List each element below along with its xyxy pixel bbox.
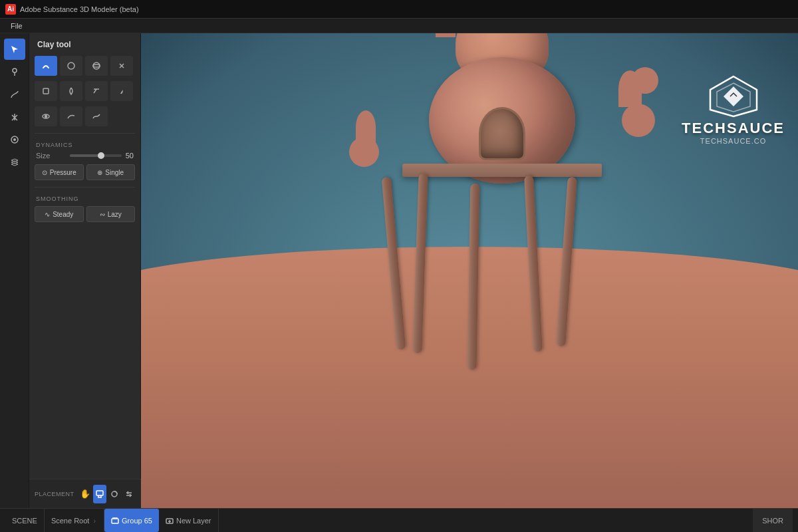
file-menu[interactable]: File xyxy=(5,21,28,31)
rotate-btn[interactable] xyxy=(108,485,121,503)
panel-area: Clay tool xyxy=(29,33,141,508)
dynamics-buttons: ⊙ Pressure ⊕ Single xyxy=(29,162,140,183)
tool-grid-row3 xyxy=(29,104,140,129)
dynamics-label: DYNAMICS xyxy=(29,138,140,150)
app-icon: Ai xyxy=(5,4,16,15)
group-label: Group 65 xyxy=(122,517,152,525)
menu-bar: File xyxy=(0,19,798,33)
svg-point-2 xyxy=(13,138,16,141)
divider1 xyxy=(35,133,135,134)
svg-point-4 xyxy=(93,63,100,69)
lazy-btn[interactable]: ∾ Lazy xyxy=(86,206,136,222)
group-icon xyxy=(111,517,119,525)
symmetry-tool[interactable] xyxy=(4,106,25,128)
title-bar: Ai Adobe Substance 3D Modeler (beta) xyxy=(0,0,798,19)
techsauce-sub: TECHSAUCE.CO xyxy=(700,137,766,145)
lazy-icon: ∾ xyxy=(100,211,105,218)
scene-3d: TECHSAUCE TECHSAUCE.CO xyxy=(141,33,798,508)
sphere-btn[interactable] xyxy=(60,56,82,76)
stilt-2 xyxy=(413,173,428,352)
steady-btn[interactable]: ∿ Steady xyxy=(35,206,84,222)
tool-header: Clay tool xyxy=(29,33,140,53)
flatten-btn[interactable] xyxy=(85,56,108,76)
status-bar: SCENE Scene Root › Group 65 New Layer SH… xyxy=(0,508,798,532)
svg-point-0 xyxy=(13,68,17,72)
single-btn[interactable]: ⊕ Single xyxy=(86,164,136,180)
placement-bar: PLACEMENT ✋ xyxy=(29,479,141,508)
show-button[interactable]: SHOR xyxy=(753,509,793,533)
hand-btn[interactable]: ✋ xyxy=(78,485,92,503)
select-tool[interactable] xyxy=(4,39,25,60)
placement-label: PLACEMENT xyxy=(35,491,74,497)
tool-grid-row1 xyxy=(29,53,140,78)
paint-tool[interactable] xyxy=(4,129,25,150)
divider2 xyxy=(35,187,135,188)
plant-2 xyxy=(356,110,376,144)
single-icon: ⊕ xyxy=(97,169,102,176)
platform xyxy=(402,164,602,177)
new-layer-item[interactable]: New Layer xyxy=(159,509,219,532)
scene-label-item: SCENE xyxy=(5,509,45,532)
pressure-btn[interactable]: ⊙ Pressure xyxy=(35,164,84,180)
stilt-4 xyxy=(557,176,578,346)
scene-root-label: Scene Root xyxy=(51,517,89,525)
svg-rect-9 xyxy=(96,491,103,495)
brush-tool[interactable] xyxy=(4,61,25,82)
align-btn[interactable] xyxy=(122,485,136,503)
trim-btn[interactable] xyxy=(85,81,108,101)
new-layer-label: New Layer xyxy=(176,517,211,525)
clay-btn[interactable] xyxy=(35,56,57,76)
svg-point-8 xyxy=(45,116,47,118)
grab-btn[interactable] xyxy=(110,81,133,101)
snake-btn[interactable] xyxy=(85,106,108,126)
group-item[interactable]: Group 65 xyxy=(104,509,159,532)
smoothing-buttons: ∿ Steady ∾ Lazy xyxy=(29,203,140,225)
plant-3 xyxy=(622,104,655,137)
scene-root-item[interactable]: Scene Root › xyxy=(45,509,104,532)
breadcrumb-sep: › xyxy=(92,517,97,525)
smooth-btn[interactable] xyxy=(60,106,82,126)
steady-label: Steady xyxy=(53,211,73,218)
stilt-3 xyxy=(524,175,543,351)
sculpt-tool[interactable] xyxy=(4,84,25,105)
smear-btn[interactable] xyxy=(110,56,133,76)
tool-grid-row2 xyxy=(29,78,140,104)
size-value: 50 xyxy=(126,152,134,160)
sculpture-container xyxy=(336,33,668,390)
stilt-1 xyxy=(382,176,406,349)
svg-point-3 xyxy=(68,63,74,69)
steady-icon: ∿ xyxy=(45,211,50,218)
stamp-btn[interactable] xyxy=(93,485,106,503)
lazy-label: Lazy xyxy=(108,211,122,218)
layer-icon xyxy=(166,517,174,525)
single-label: Single xyxy=(105,169,124,176)
round-door xyxy=(479,107,525,160)
size-row: Size 50 xyxy=(29,150,140,162)
stilt-5 xyxy=(467,183,480,369)
svg-rect-18 xyxy=(112,519,118,523)
size-label: Size xyxy=(36,152,66,160)
plant-5 xyxy=(632,67,658,94)
scene-label: SCENE xyxy=(12,517,37,525)
smoothing-label: SMOOTHING xyxy=(29,192,140,203)
visibility-btn[interactable] xyxy=(35,106,57,126)
app-title: Adobe Substance 3D Modeler (beta) xyxy=(20,5,139,13)
tool-strip xyxy=(0,33,29,508)
size-slider[interactable] xyxy=(70,154,122,157)
pressure-label: Pressure xyxy=(50,169,76,176)
status-right: SHOR xyxy=(753,509,793,533)
pressure-icon: ⊙ xyxy=(42,169,47,176)
svg-point-5 xyxy=(93,65,100,67)
techsauce-name: TECHSAUCE xyxy=(682,120,785,137)
plant-7 xyxy=(436,33,456,37)
layers-tool[interactable] xyxy=(4,152,25,173)
viewport[interactable]: TECHSAUCE TECHSAUCE.CO xyxy=(141,33,798,508)
svg-rect-6 xyxy=(43,88,49,94)
techsauce-logo: TECHSAUCE TECHSAUCE.CO xyxy=(682,73,785,145)
pinch-btn[interactable] xyxy=(60,81,82,101)
crease-btn[interactable] xyxy=(35,81,57,101)
